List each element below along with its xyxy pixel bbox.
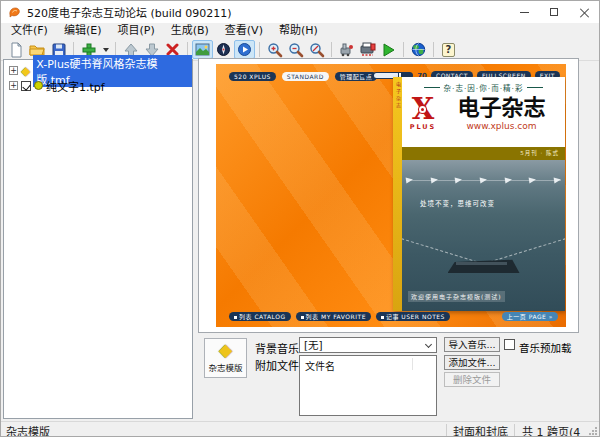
speaker-icon	[361, 72, 369, 80]
zoom-out-button[interactable]	[285, 40, 306, 59]
status-separator	[446, 424, 447, 436]
close-button[interactable]	[569, 1, 599, 23]
favorite-pill-label: 列表 MY FAVORITE	[306, 313, 366, 320]
chevron-down-icon	[103, 48, 109, 52]
player-panel-toggle[interactable]	[234, 40, 255, 59]
close-icon	[580, 8, 589, 17]
music-preload-checkbox[interactable]	[504, 339, 515, 350]
status-page-count: 共 1 跨页(4 页)	[522, 423, 599, 437]
pill-standard[interactable]: STANDARD	[282, 72, 329, 81]
import-music-button[interactable]: 导入音乐...	[444, 337, 500, 352]
catalog-pill-label: 列表 CATALOG	[239, 313, 286, 320]
window-title: 520度电子杂志互动论坛 (build 090211)	[27, 4, 232, 20]
publish-button[interactable]	[357, 40, 378, 59]
template-tile-label: 杂志模版	[205, 361, 246, 373]
pill-site[interactable]: 520 XPLUS	[229, 72, 276, 81]
viewer-bottom-left-pills: 列表 CATALOG 列表 MY FAVORITE 记事 USER NOTES	[229, 312, 450, 321]
favorite-pill[interactable]: 列表 MY FAVORITE	[296, 312, 371, 321]
bgm-select[interactable]: [无]	[299, 337, 437, 353]
publish-icon	[360, 42, 376, 57]
notes-pill[interactable]: 记事 USER NOTES	[376, 312, 450, 321]
attach-file-list[interactable]: 文件名	[299, 355, 437, 416]
template-tile-button[interactable]: ◆ 杂志模版	[204, 338, 247, 378]
cover-title: 电子杂志	[441, 96, 562, 120]
cover-main: 杂·志·因·你·而·精·彩 X PLUS 电子杂志 www.xplus.com	[402, 77, 565, 311]
config-tool-button[interactable]	[336, 40, 357, 59]
add-file-button[interactable]: 添加文件...	[444, 355, 500, 370]
page-checkbox[interactable]	[21, 81, 31, 91]
catalog-pill[interactable]: 列表 CATALOG	[229, 312, 291, 321]
paper-plane-icon	[480, 177, 488, 184]
page-circle-icon	[34, 81, 43, 90]
paper-plane-icon	[455, 177, 463, 184]
app-window: 520度电子杂志互动论坛 (build 090211) 文件(F) 编辑(E) …	[0, 0, 600, 437]
player-icon	[237, 42, 252, 57]
resize-grip[interactable]	[589, 427, 597, 435]
zoom-in-icon	[267, 42, 283, 58]
tree-item-page-label[interactable]: 纯文字1.tpf	[46, 78, 105, 94]
menu-help[interactable]: 帮助(H)	[271, 23, 326, 39]
status-separator	[514, 424, 515, 436]
xplus-logo: X PLUS	[405, 95, 441, 131]
expand-plus-icon[interactable]: +	[9, 66, 18, 75]
globe-icon	[411, 42, 426, 57]
cover-footer-text: 欢迎使用电子杂志模版(测试)	[408, 291, 505, 302]
bullet-icon	[381, 316, 384, 319]
website-button[interactable]	[408, 40, 429, 59]
menu-build[interactable]: 生成(B)	[163, 23, 217, 39]
play-icon	[382, 43, 395, 57]
template-diamond-icon: ◆	[205, 339, 246, 361]
magazine-cover: 电子杂志 杂·志·因·你·而·精·彩 X PLUS 电子杂志	[393, 77, 565, 311]
preview-play-button[interactable]	[378, 40, 399, 59]
status-page-name: 封面和封底	[453, 423, 508, 437]
menu-edit[interactable]: 编辑(E)	[56, 23, 110, 39]
expand-plus-icon[interactable]: +	[9, 81, 18, 90]
page-nav-pill[interactable]: 上一页 PAGE »	[502, 312, 558, 321]
paper-plane-icon	[406, 177, 414, 184]
zoom-in-button[interactable]	[264, 40, 285, 59]
xplus-logo-plus: PLUS	[405, 123, 441, 131]
attach-label: 附加文件:	[255, 357, 303, 373]
viewer-top-left-pills: 520 XPLUS STANDARD 管理配置点	[229, 72, 377, 81]
zoom-out-icon	[288, 42, 304, 58]
cover-photo: 处境不变，思维可改变 欢迎使用电子杂志模版(测试)	[402, 160, 565, 311]
image-panel-icon	[195, 43, 210, 56]
project-tree[interactable]: + ◆ X-Plus硬书脊风格杂志模版.tmf + 纯文字1.tpf	[3, 59, 193, 419]
chevron-down-icon	[425, 341, 432, 348]
new-document-icon	[9, 42, 24, 58]
paper-plane-icon	[430, 177, 438, 184]
bullet-icon	[234, 316, 237, 319]
paper-plane-icon	[554, 177, 562, 184]
maximize-button[interactable]	[539, 1, 569, 23]
tree-row-template[interactable]: + ◆ X-Plus硬书脊风格杂志模版.tmf	[4, 63, 192, 78]
zoom-reset-button[interactable]	[306, 40, 327, 59]
image-panel-toggle[interactable]	[192, 40, 213, 59]
remove-file-button: 删除文件	[444, 372, 500, 387]
bgm-selected-value: [无]	[304, 339, 323, 351]
menu-bar: 文件(F) 编辑(E) 项目(P) 生成(B) 查看(V) 帮助(H)	[1, 23, 599, 39]
cover-slogan: 处境不变，思维可改变	[420, 198, 495, 208]
title-bar: 520度电子杂志互动论坛 (build 090211)	[1, 1, 599, 23]
toolbar-separator	[403, 42, 404, 57]
config-tool-icon	[339, 42, 354, 57]
xplus-logo-ring-icon	[419, 106, 426, 113]
app-logo-icon	[8, 6, 21, 19]
bullet-icon	[301, 316, 304, 319]
help-button[interactable]: ?	[438, 40, 459, 59]
column-divider	[412, 358, 413, 370]
cover-url: www.xplus.com	[441, 121, 562, 131]
menu-project[interactable]: 项目(P)	[109, 23, 162, 39]
help-icon: ?	[442, 43, 455, 57]
menu-view[interactable]: 查看(V)	[217, 23, 271, 39]
music-preload-label: 音乐预加载	[519, 340, 572, 355]
toolbar-separator	[259, 42, 260, 57]
toolbar-separator	[331, 42, 332, 57]
cover-spine: 电子杂志	[393, 77, 402, 311]
notes-pill-label: 记事 USER NOTES	[386, 313, 445, 320]
menu-file[interactable]: 文件(F)	[3, 23, 56, 39]
cover-tagline-text: 杂·志·因·你·而·精·彩	[444, 82, 524, 93]
compass-toggle[interactable]	[213, 40, 234, 59]
status-template: 杂志模版	[6, 423, 50, 437]
new-button[interactable]	[6, 40, 27, 59]
minimize-button[interactable]	[509, 1, 539, 23]
